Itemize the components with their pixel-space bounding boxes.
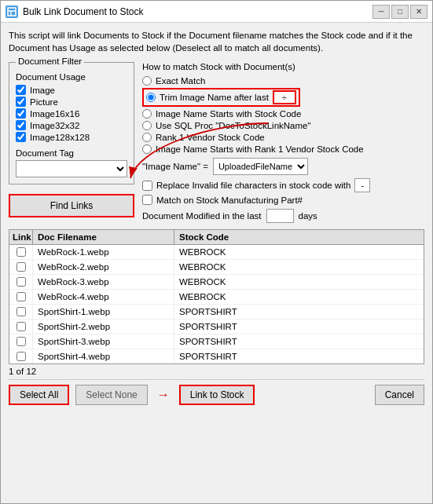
checkbox-picture: Picture [16,97,127,107]
row-checkbox-8[interactable] [17,352,26,361]
table-section: Link Doc Filename Stock Code WebRock-1.w… [9,229,424,408]
cancel-button[interactable]: Cancel [375,385,424,405]
trim-value-input[interactable] [273,90,296,104]
table-row: SportShirt-1.webp SPORTSHIRT [9,305,424,320]
image128-checkbox[interactable] [16,132,26,142]
replace-label[interactable]: Replace Invalid file characters in stock… [156,181,350,190]
radio-sql-proc: Use SQL Proc "DocToStockLinkName" [142,121,424,130]
table-body[interactable]: WebRock-1.webp WEBROCK WebRock-2.webp WE… [9,244,424,364]
row-checkbox-3[interactable] [17,277,26,287]
main-window: Bulk Link Document to Stock ─ □ ✕ This s… [0,0,433,504]
main-wrapper: Document Filter Document Usage Image Pic… [9,62,424,223]
rank1-vendor-radio[interactable] [142,133,152,142]
pagination-text: 1 of 12 [9,367,424,376]
svg-rect-0 [8,8,16,16]
td-check-7 [9,334,33,349]
titlebar: Bulk Link Document to Stock ─ □ ✕ [1,1,432,23]
days-input[interactable] [266,209,294,223]
td-check-1 [9,245,33,259]
td-check-6 [9,320,33,334]
manufacturing-label[interactable]: Match on Stock Manufacturing Part# [156,195,303,205]
td-check-8 [9,349,33,363]
image-name-select[interactable]: UploadedFileName DocumentName OriginalNa… [213,158,308,175]
row-checkbox-7[interactable] [17,337,26,346]
description-text: This script will link Documents to Stock… [9,29,424,54]
td-stock-8: SPORTSHIRT [174,349,424,363]
image-checkbox[interactable] [16,85,26,95]
document-usage-section: Document Usage Image Picture [16,72,127,142]
replace-checkbox[interactable] [142,181,152,191]
titlebar-left: Bulk Link Document to Stock [6,5,143,18]
radio-exact-match: Exact Match [142,76,424,86]
rank1-vendor-label[interactable]: Rank 1 Vendor Stock Code [156,133,265,142]
td-doc-4: WebRock-4.webp [33,290,174,304]
table-row: SportShirt-2.webp SPORTSHIRT [9,320,424,334]
td-check-5 [9,305,33,319]
replace-row: Replace Invalid file characters in stock… [142,178,424,192]
rank1-image-radio[interactable] [142,144,152,154]
checkbox-image16: Image16x16 [16,108,127,119]
checkbox-image: Image [16,85,127,95]
document-filter-label: Document Filter [16,57,84,66]
select-all-button[interactable]: Select All [9,385,69,405]
trim-label[interactable]: Trim Image Name after last [160,93,269,102]
td-stock-5: SPORTSHIRT [174,305,424,319]
exact-match-radio[interactable] [142,76,152,86]
td-stock-4: WEBROCK [174,290,424,304]
manufacturing-checkbox[interactable] [142,195,152,205]
replace-char-input[interactable] [354,178,370,192]
rank1-image-label[interactable]: Image Name Starts with Rank 1 Vendor Sto… [156,144,364,154]
sql-proc-radio[interactable] [142,121,152,130]
td-check-4 [9,290,33,304]
table-row: WebRock-2.webp WEBROCK [9,260,424,275]
th-doc-filename: Doc Filename [33,230,174,244]
td-doc-8: SportShirt-4.webp [33,349,174,363]
image16-label[interactable]: Image16x16 [30,109,79,119]
minimize-button[interactable]: ─ [372,5,390,19]
td-doc-1: WebRock-1.webp [33,245,174,259]
document-tag-section: Document Tag [16,148,127,177]
find-links-button[interactable]: Find Links [9,194,134,217]
starts-stock-label[interactable]: Image Name Starts with Stock Code [156,109,301,119]
td-stock-7: SPORTSHIRT [174,334,424,349]
table-row: WebRock-3.webp WEBROCK [9,275,424,290]
maximize-button[interactable]: □ [391,5,409,19]
td-doc-3: WebRock-3.webp [33,275,174,289]
trim-radio[interactable] [146,93,156,102]
link-to-stock-button[interactable]: Link to Stock [179,385,255,405]
image16-checkbox[interactable] [16,108,26,119]
td-stock-3: WEBROCK [174,275,424,289]
td-doc-6: SportShirt-2.webp [33,320,174,334]
left-panel: Document Filter Document Usage Image Pic… [9,62,134,223]
window-title: Bulk Link Document to Stock [23,6,143,17]
td-doc-5: SportShirt-1.webp [33,305,174,319]
table-header: Link Doc Filename Stock Code [9,229,424,244]
document-usage-label: Document Usage [16,72,127,82]
close-button[interactable]: ✕ [410,5,427,19]
row-checkbox-1[interactable] [17,247,26,257]
image128-label[interactable]: Image128x128 [30,133,90,142]
picture-label[interactable]: Picture [30,97,58,107]
image32-label[interactable]: Image32x32 [30,121,79,130]
checkbox-image128: Image128x128 [16,132,127,142]
row-checkbox-6[interactable] [17,322,26,331]
bottom-bar: Select All Select None → Link to Stock C… [9,379,424,408]
select-none-button[interactable]: Select None [75,385,147,405]
image-label[interactable]: Image [30,86,55,95]
row-checkbox-4[interactable] [17,292,26,301]
days-label: Document Modified in the last [142,211,262,221]
document-tag-select[interactable] [16,160,127,177]
image32-checkbox[interactable] [16,120,26,130]
row-checkbox-2[interactable] [17,262,26,272]
table-row: SportShirt-4.webp SPORTSHIRT [9,349,424,363]
row-checkbox-5[interactable] [17,307,26,316]
th-link: Link [9,230,33,244]
exact-match-label[interactable]: Exact Match [156,76,205,86]
sql-proc-label[interactable]: Use SQL Proc "DocToStockLinkName" [156,121,311,130]
starts-stock-radio[interactable] [142,109,152,119]
td-check-3 [9,275,33,289]
days-suffix: days [299,211,317,221]
picture-checkbox[interactable] [16,97,26,107]
image-name-label: "Image Name" = [142,162,208,171]
td-stock-6: SPORTSHIRT [174,320,424,334]
